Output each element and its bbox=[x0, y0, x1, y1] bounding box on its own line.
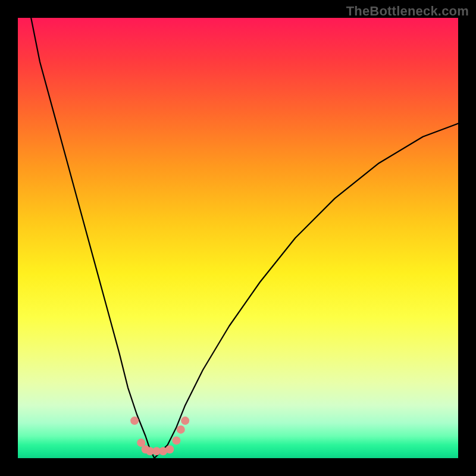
highlight-dot bbox=[181, 416, 189, 425]
highlight-dots bbox=[130, 416, 189, 455]
plot-area bbox=[18, 18, 458, 458]
bottleneck-curve bbox=[31, 18, 458, 458]
chart-frame: TheBottleneck.com bbox=[0, 0, 476, 476]
highlight-dot bbox=[172, 436, 180, 444]
highlight-dot bbox=[177, 425, 185, 434]
highlight-dot bbox=[165, 445, 174, 453]
watermark-text: TheBottleneck.com bbox=[346, 4, 469, 19]
curve-line bbox=[31, 18, 458, 458]
curve-layer bbox=[18, 18, 458, 458]
highlight-dot bbox=[130, 416, 139, 425]
